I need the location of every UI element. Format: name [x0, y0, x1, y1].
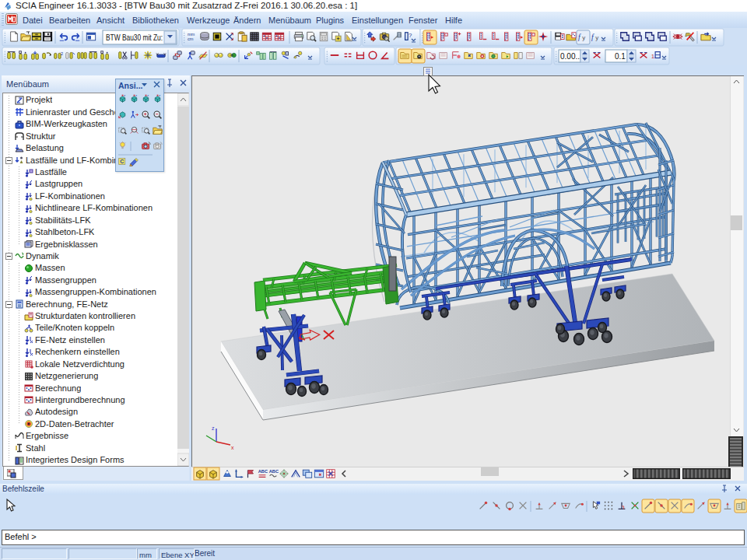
svg-text:BTW Bau30 mit Zu:: BTW Bau30 mit Zu: [106, 33, 163, 42]
svg-text:x: x [231, 445, 234, 450]
svg-text:0.1: 0.1 [615, 52, 626, 61]
svg-text:z: z [212, 425, 215, 431]
svg-text:0.00...: 0.00... [560, 52, 582, 61]
